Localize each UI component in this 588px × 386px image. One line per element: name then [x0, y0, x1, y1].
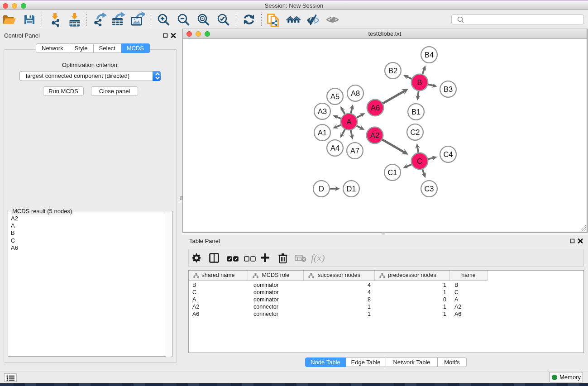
- svg-text:C2: C2: [410, 128, 420, 136]
- svg-text:A4: A4: [330, 144, 339, 152]
- svg-text:A2: A2: [370, 131, 379, 139]
- svg-text:A7: A7: [350, 147, 359, 155]
- svg-text:B4: B4: [425, 51, 434, 59]
- svg-text:B2: B2: [388, 67, 397, 75]
- svg-text:A1: A1: [318, 129, 327, 137]
- svg-text:A8: A8: [351, 89, 360, 97]
- svg-text:B3: B3: [444, 85, 453, 93]
- svg-text:A: A: [346, 118, 351, 126]
- svg-text:C4: C4: [443, 150, 453, 158]
- svg-text:B: B: [417, 78, 422, 86]
- svg-text:A6: A6: [371, 104, 380, 112]
- svg-text:C3: C3: [424, 185, 434, 193]
- svg-text:A3: A3: [318, 107, 327, 115]
- svg-text:C1: C1: [387, 168, 397, 176]
- svg-text:A5: A5: [330, 92, 339, 100]
- svg-text:D1: D1: [346, 185, 356, 193]
- svg-text:D: D: [319, 185, 324, 193]
- svg-text:B1: B1: [411, 108, 421, 116]
- svg-text:C: C: [417, 157, 422, 165]
